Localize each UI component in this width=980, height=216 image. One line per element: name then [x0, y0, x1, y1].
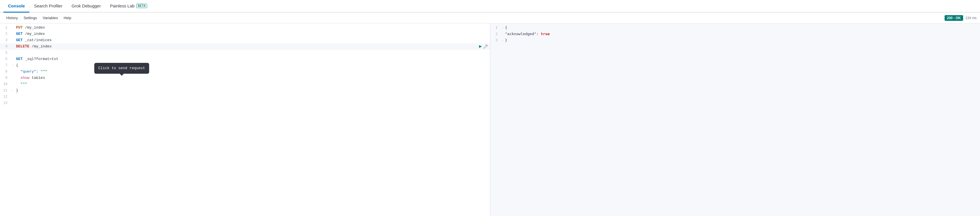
tab-painless-lab[interactable]: Painless Lab BETA [105, 0, 152, 13]
top-nav: Console Search Profiler Grok Debugger Pa… [0, 0, 980, 13]
url-path-4: /my_index [29, 44, 52, 49]
json-string-8: """ [41, 70, 47, 74]
resp-colon: : [536, 32, 541, 36]
secondary-toolbar: History Settings Variables Help 200 - OK… [0, 13, 980, 24]
line-content-9: show tables [15, 75, 490, 81]
line-content-3: GET _cat/indices [15, 37, 490, 43]
line-actions: ▶ [479, 43, 490, 50]
editor-line-4: 4 DELETE /my_index ▶ Click to send reque… [0, 43, 490, 50]
resp-key-acknowledged: "acknowledged" [505, 32, 536, 36]
editor-line-5: 5 [0, 50, 490, 56]
beta-badge: BETA [136, 4, 147, 8]
status-badge: 200 - OK [945, 15, 963, 21]
line-content-4: DELETE /my_index [15, 43, 479, 50]
status-time: 134 ms [966, 16, 977, 20]
line-num-2: 2 [0, 31, 10, 37]
settings-button[interactable]: Settings [21, 13, 40, 24]
resp-content-3: } [505, 37, 508, 43]
tab-grok-debugger[interactable]: Grok Debugger [67, 0, 105, 13]
copy-as-curl-button[interactable] [483, 44, 488, 49]
variables-button[interactable]: Variables [40, 13, 60, 24]
resp-content-1: { [505, 25, 508, 31]
json-key-query: "query" [21, 70, 36, 74]
editor-line-2: 2 GET /my_index [0, 31, 490, 37]
url-path-6: _sql?format=txt [22, 57, 58, 61]
line-content-2: GET /my_index [15, 31, 490, 37]
method-delete: DELETE [16, 44, 29, 49]
line-num-10: 10 [0, 81, 10, 87]
method-put: PUT [16, 25, 22, 30]
history-button[interactable]: History [3, 13, 21, 24]
line-content-6: GET _sql?format=txt [15, 56, 490, 62]
line-content-13 [15, 100, 490, 106]
line-num-13: 13 [0, 100, 10, 106]
line-num-5: 5 [0, 50, 10, 56]
resp-gutter-3: - [501, 37, 505, 43]
line-content-8: "query": """ [15, 68, 490, 75]
url-path-3: _cat/indices [22, 38, 51, 42]
line-num-3: 3 [0, 37, 10, 43]
line-content-10: """ [15, 81, 490, 87]
resp-line-num-1: 1 [490, 25, 501, 31]
editor-line-11: 11 - } [0, 87, 490, 94]
response-line-1: 1 - { [490, 25, 980, 31]
editor-line-8: 8 "query": """ [0, 68, 490, 75]
line-content-1: PUT /my_index [15, 25, 490, 31]
method-get-3: GET [16, 38, 22, 42]
line-gutter-11: - [10, 87, 15, 94]
method-get-6: GET [16, 57, 22, 61]
resp-gutter-1: - [501, 25, 505, 31]
line-num-7: 7 [0, 62, 10, 68]
line-num-12: 12 [0, 94, 10, 100]
line-num-8: 8 [0, 68, 10, 75]
url-path-1: /my_index [22, 25, 45, 30]
editor-line-1: 1 PUT /my_index [0, 25, 490, 31]
line-num-6: 6 [0, 56, 10, 62]
line-content-5 [15, 50, 490, 56]
line-num-11: 11 [0, 87, 10, 94]
response-line-2: 2 "acknowledged": true [490, 31, 980, 37]
response-code: 1 - { 2 "acknowledged": true 3 - } [490, 24, 980, 44]
url-path-2: /my_index [22, 32, 45, 36]
resp-line-num-3: 3 [490, 37, 501, 43]
resp-value-true: true [541, 32, 550, 36]
editor-panel: 1 PUT /my_index 2 GET /my_index 3 GET _c… [0, 24, 490, 216]
send-request-button[interactable]: ▶ [479, 43, 482, 50]
sql-tables: tables [29, 76, 45, 80]
tab-search-profiler[interactable]: Search Profiler [29, 0, 67, 13]
line-content-11: } [15, 87, 490, 94]
sql-show: show [21, 76, 29, 80]
line-content-7: { [15, 62, 490, 68]
status-area: 200 - OK 134 ms [945, 15, 977, 21]
help-button[interactable]: Help [61, 13, 74, 24]
line-gutter-7: - [10, 62, 15, 68]
editor-line-12: 12 [0, 94, 490, 100]
main-content: 1 PUT /my_index 2 GET /my_index 3 GET _c… [0, 24, 980, 216]
response-panel: 1 - { 2 "acknowledged": true 3 - } [490, 24, 980, 216]
tab-console[interactable]: Console [3, 0, 29, 13]
resp-line-num-2: 2 [490, 31, 501, 37]
line-num-9: 9 [0, 75, 10, 81]
editor-line-7: 7 - { [0, 62, 490, 68]
editor-line-9: 9 show tables [0, 75, 490, 81]
method-get-2: GET [16, 32, 22, 36]
line-content-12 [15, 94, 490, 100]
code-editor[interactable]: 1 PUT /my_index 2 GET /my_index 3 GET _c… [0, 24, 490, 216]
editor-line-13: 13 [0, 100, 490, 106]
response-line-3: 3 - } [490, 37, 980, 43]
editor-line-10: 10 """ [0, 81, 490, 87]
editor-line-6: 6 GET _sql?format=txt [0, 56, 490, 62]
line-num-1: 1 [0, 25, 10, 31]
json-colon-8: : [36, 70, 41, 74]
editor-line-3: 3 GET _cat/indices [0, 37, 490, 43]
wrench-icon [483, 44, 488, 49]
resp-content-2: "acknowledged": true [505, 31, 550, 37]
line-num-4: 4 [0, 43, 10, 50]
